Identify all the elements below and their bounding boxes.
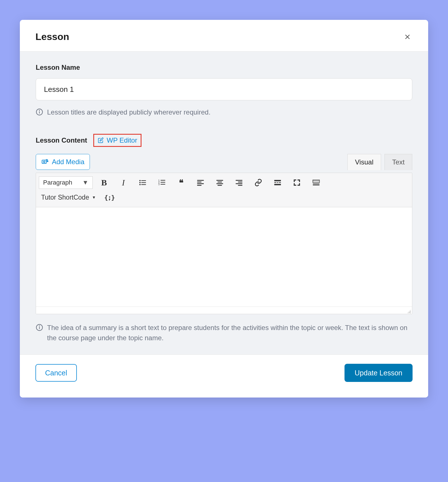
modal-footer: Cancel Update Lesson xyxy=(20,355,428,398)
svg-rect-11 xyxy=(141,182,146,183)
lesson-content-label: Lesson Content xyxy=(36,136,87,144)
svg-text:3: 3 xyxy=(158,183,160,186)
resize-handle[interactable] xyxy=(406,309,411,313)
svg-rect-40 xyxy=(316,181,316,181)
svg-rect-31 xyxy=(238,185,242,186)
svg-rect-42 xyxy=(318,181,319,181)
editor-tabs: Visual Text xyxy=(347,154,412,170)
editor: Paragraph ▼ B I 123 ❝ xyxy=(36,173,412,314)
svg-rect-21 xyxy=(197,182,201,183)
svg-rect-13 xyxy=(141,184,146,185)
svg-rect-17 xyxy=(160,182,165,183)
chevron-down-icon: ▼ xyxy=(82,179,88,186)
svg-point-10 xyxy=(139,182,141,183)
svg-rect-29 xyxy=(238,182,242,183)
align-right-button[interactable] xyxy=(233,176,245,189)
editor-topbar: Add Media Visual Text xyxy=(36,154,412,170)
camera-music-icon xyxy=(41,158,48,166)
modal-title: Lesson xyxy=(35,31,69,42)
lesson-modal: Lesson Lesson Name Lesson titles are dis… xyxy=(20,20,428,398)
lesson-name-label: Lesson Name xyxy=(36,64,412,71)
svg-rect-23 xyxy=(197,185,201,186)
svg-rect-43 xyxy=(313,184,319,184)
svg-point-8 xyxy=(139,180,141,181)
svg-rect-27 xyxy=(217,185,222,186)
lesson-name-input[interactable] xyxy=(36,78,412,100)
numbered-list-icon: 123 xyxy=(158,179,166,187)
tutor-shortcode-button[interactable]: Tutor ShortCode ▼ xyxy=(39,191,98,204)
fullscreen-button[interactable] xyxy=(291,176,303,189)
align-right-icon xyxy=(235,179,243,187)
svg-rect-28 xyxy=(236,180,242,181)
insert-link-button[interactable] xyxy=(252,176,265,189)
blockquote-button[interactable]: ❝ xyxy=(175,176,187,189)
toolbar-toggle-button[interactable] xyxy=(310,176,322,189)
svg-rect-30 xyxy=(236,183,242,184)
align-center-icon xyxy=(216,179,224,187)
lesson-name-hint: Lesson titles are displayed publicly whe… xyxy=(36,107,412,117)
svg-rect-35 xyxy=(279,182,281,183)
modal-header: Lesson xyxy=(20,20,428,52)
bullet-list-button[interactable] xyxy=(136,176,149,189)
svg-point-6 xyxy=(43,161,45,162)
svg-rect-20 xyxy=(197,180,204,181)
insert-more-button[interactable] xyxy=(271,176,284,189)
bold-button[interactable]: B xyxy=(98,176,110,189)
fullscreen-icon xyxy=(293,179,301,187)
tab-visual[interactable]: Visual xyxy=(347,154,381,170)
align-left-icon xyxy=(196,179,204,187)
numbered-list-button[interactable]: 123 xyxy=(156,176,168,189)
wp-editor-button[interactable]: WP Editor xyxy=(93,134,141,147)
svg-rect-36 xyxy=(274,184,281,185)
svg-point-12 xyxy=(139,184,141,185)
svg-rect-38 xyxy=(314,181,314,181)
svg-rect-22 xyxy=(197,183,204,184)
shortcode-insert-button[interactable]: {;} xyxy=(103,191,116,204)
paragraph-format-select[interactable]: Paragraph ▼ xyxy=(39,176,93,189)
svg-point-47 xyxy=(39,326,39,326)
link-icon xyxy=(254,179,262,187)
svg-rect-34 xyxy=(277,182,278,183)
svg-rect-5 xyxy=(42,160,46,164)
editor-toolbar: Paragraph ▼ B I 123 ❝ xyxy=(36,173,412,207)
info-icon xyxy=(36,108,43,116)
editor-statusbar xyxy=(36,306,412,314)
edit-icon xyxy=(98,137,104,143)
keyboard-icon xyxy=(312,179,320,187)
svg-rect-33 xyxy=(274,182,276,183)
svg-rect-25 xyxy=(217,182,222,183)
lesson-content-hint: The idea of a summary is a short text to… xyxy=(36,323,412,343)
svg-rect-26 xyxy=(216,183,223,184)
editor-content-area[interactable] xyxy=(36,207,412,306)
modal-body: Lesson Name Lesson titles are displayed … xyxy=(20,52,428,355)
info-icon xyxy=(36,324,43,331)
close-icon xyxy=(404,34,411,40)
align-left-button[interactable] xyxy=(194,176,207,189)
svg-rect-24 xyxy=(216,180,223,181)
lesson-content-header: Lesson Content WP Editor xyxy=(36,134,412,147)
svg-rect-9 xyxy=(141,180,146,181)
svg-point-4 xyxy=(39,110,39,111)
svg-rect-37 xyxy=(313,180,319,183)
svg-rect-39 xyxy=(315,181,315,181)
read-more-icon xyxy=(274,179,282,187)
svg-rect-41 xyxy=(317,181,318,181)
tab-text[interactable]: Text xyxy=(384,154,412,170)
update-lesson-button[interactable]: Update Lesson xyxy=(345,364,413,382)
add-media-button[interactable]: Add Media xyxy=(36,154,90,170)
svg-rect-15 xyxy=(160,180,165,181)
svg-point-7 xyxy=(47,161,48,162)
bullet-list-icon xyxy=(139,179,147,187)
svg-rect-32 xyxy=(274,180,281,181)
quote-icon: ❝ xyxy=(179,178,183,188)
align-center-button[interactable] xyxy=(214,176,226,189)
svg-rect-19 xyxy=(160,184,165,185)
italic-button[interactable]: I xyxy=(117,176,130,189)
svg-rect-44 xyxy=(313,185,319,185)
close-button[interactable] xyxy=(402,32,413,42)
chevron-down-icon: ▼ xyxy=(92,195,96,200)
cancel-button[interactable]: Cancel xyxy=(35,364,77,382)
